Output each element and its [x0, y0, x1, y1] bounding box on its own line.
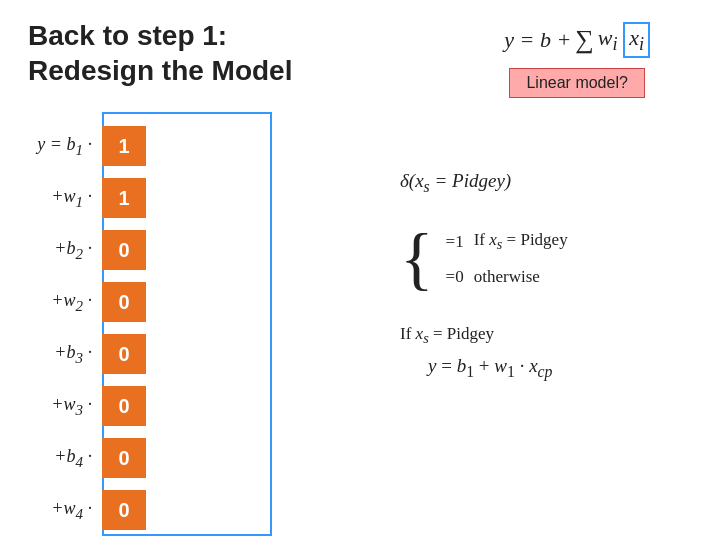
top-formula-area: y = b + ∑ wi xi Linear model? — [504, 22, 650, 98]
orange-box-7: 0 — [102, 490, 146, 530]
xi-highlight: xi — [623, 22, 650, 58]
eq-label-7: +w4 · — [28, 498, 98, 523]
eq-label-5: +w3 · — [28, 394, 98, 419]
delta-formula: δ(xs = Pidgey) — [400, 170, 568, 196]
case-1: =1 If xs = Pidgey — [446, 230, 568, 253]
eq-label-1: +w1 · — [28, 186, 98, 211]
y-formula-line: y = b1 + w1 · xcp — [428, 355, 568, 381]
title-line2: Redesign the Model — [28, 55, 292, 86]
right-content: δ(xs = Pidgey) { =1 If xs = Pidgey =0 ot… — [400, 170, 568, 381]
equation-row-5: +w3 · 0 — [28, 380, 146, 432]
orange-box-5: 0 — [102, 386, 146, 426]
equation-list: y = b1 · 1 +w1 · 1 +b2 · 0 +w2 · 0 +b3 ·… — [28, 120, 146, 536]
title-line1: Back to step 1: — [28, 20, 227, 51]
if-condition-line: If xs = Pidgey — [400, 324, 568, 347]
formula-wi: wi xi — [598, 22, 650, 58]
equation-row-1: +w1 · 1 — [28, 172, 146, 224]
eq-label-6: +b4 · — [28, 446, 98, 471]
equation-row-0: y = b1 · 1 — [28, 120, 146, 172]
sigma-icon: ∑ — [575, 25, 594, 55]
eq-label-4: +b3 · — [28, 342, 98, 367]
equation-row-3: +w2 · 0 — [28, 276, 146, 328]
formula-y-equals-b: y = b + — [504, 27, 571, 53]
equation-row-4: +b3 · 0 — [28, 328, 146, 380]
page-title: Back to step 1: Redesign the Model — [28, 18, 292, 88]
equation-row-6: +b4 · 0 — [28, 432, 146, 484]
orange-box-2: 0 — [102, 230, 146, 270]
equation-row-2: +b2 · 0 — [28, 224, 146, 276]
left-brace-icon: { — [400, 224, 434, 294]
eq-label-0: y = b1 · — [28, 134, 98, 159]
linear-model-badge: Linear model? — [509, 68, 644, 98]
brace-cases: =1 If xs = Pidgey =0 otherwise — [446, 230, 568, 287]
case1-condition: If xs = Pidgey — [474, 230, 568, 253]
orange-box-3: 0 — [102, 282, 146, 322]
case-2: =0 otherwise — [446, 267, 568, 287]
orange-box-6: 0 — [102, 438, 146, 478]
orange-box-1: 1 — [102, 178, 146, 218]
if-section: If xs = Pidgey y = b1 + w1 · xcp — [400, 324, 568, 381]
case1-value: =1 — [446, 232, 464, 252]
case2-value: =0 — [446, 267, 464, 287]
brace-block: { =1 If xs = Pidgey =0 otherwise — [400, 224, 568, 294]
case2-condition: otherwise — [474, 267, 540, 287]
eq-label-3: +w2 · — [28, 290, 98, 315]
orange-box-4: 0 — [102, 334, 146, 374]
page-container: Back to step 1: Redesign the Model y = b… — [0, 0, 710, 557]
orange-box-0: 1 — [102, 126, 146, 166]
eq-label-2: +b2 · — [28, 238, 98, 263]
equation-row-7: +w4 · 0 — [28, 484, 146, 536]
main-formula: y = b + ∑ wi xi — [504, 22, 650, 58]
